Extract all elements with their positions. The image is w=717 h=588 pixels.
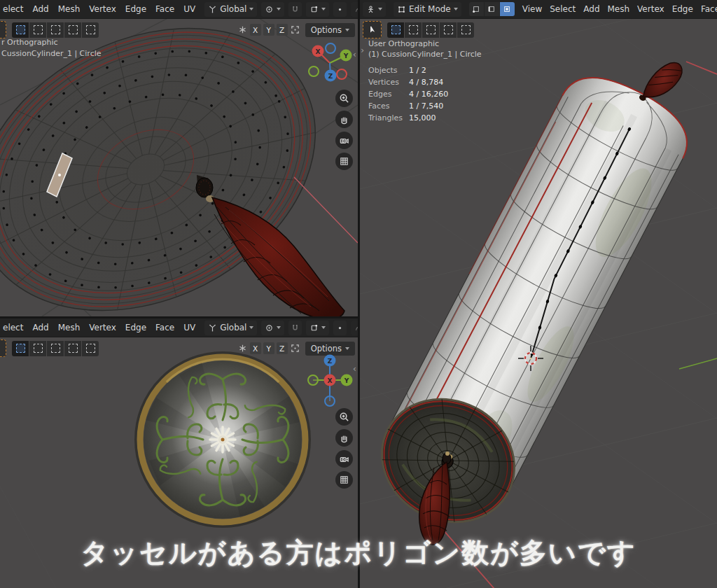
select-subtract-icon (426, 25, 436, 34)
proportional-edit-button[interactable] (333, 2, 347, 17)
scene-right-canvas[interactable] (360, 0, 717, 588)
active-tool-button[interactable] (0, 21, 6, 38)
camera-view-button[interactable] (335, 132, 353, 149)
viewport-right[interactable]: Edit Mode View Select Add Mesh Vertex Ed… (360, 0, 717, 588)
falloff-dropdown[interactable] (351, 2, 358, 17)
viewport-top-left[interactable]: elect Add Mesh Vertex Edge Face UV Globa… (0, 0, 358, 316)
menu-face[interactable]: Face (701, 4, 717, 14)
menu-edge[interactable]: Edge (125, 4, 146, 14)
select-extend-icon (409, 25, 418, 34)
grid-icon (339, 475, 349, 485)
face-select-mode-button[interactable] (500, 2, 515, 16)
axis-x-button[interactable]: X (250, 342, 261, 354)
transform-gizmo-icon[interactable] (237, 24, 248, 35)
active-tool-button[interactable] (0, 340, 6, 357)
menu-add[interactable]: Add (32, 323, 48, 332)
menu-edge[interactable]: Edge (672, 4, 693, 14)
zoom-button[interactable] (335, 408, 353, 426)
select-box-invert-button[interactable] (64, 22, 81, 38)
menu-vertex[interactable]: Vertex (89, 323, 116, 332)
select-subtract-icon (51, 25, 60, 34)
snap-corners-icon[interactable] (290, 24, 300, 35)
menu-view[interactable]: View (522, 4, 542, 14)
axis-z-button[interactable]: Z (277, 342, 288, 354)
scene-bottom-left-canvas[interactable] (0, 318, 358, 588)
menu-uv[interactable]: UV (183, 4, 195, 14)
navigation-gizmo[interactable]: X Y Z (307, 39, 354, 85)
axis-y-button[interactable]: Y (263, 24, 274, 36)
snap-target-dropdown[interactable] (306, 2, 329, 17)
select-box-intersect-button[interactable] (457, 22, 474, 38)
select-box-invert-button[interactable] (64, 341, 81, 356)
camera-view-button[interactable] (335, 450, 353, 468)
select-box-subtract-button[interactable] (47, 341, 64, 356)
select-box-intersect-button[interactable] (82, 341, 99, 356)
gizmo-neg-y-ball[interactable] (308, 375, 318, 385)
menu-select[interactable]: Select (550, 4, 576, 14)
menu-mesh[interactable]: Mesh (58, 4, 81, 14)
menu-add[interactable]: Add (32, 4, 48, 14)
select-box-subtract-button[interactable] (422, 22, 439, 38)
select-box-intersect-button[interactable] (82, 22, 99, 38)
select-box-new-button[interactable] (12, 22, 29, 38)
zoom-button[interactable] (335, 90, 353, 107)
menu-vertex[interactable]: Vertex (89, 4, 116, 14)
axis-y-button[interactable]: Y (263, 342, 274, 354)
gizmo-neg-y-ball[interactable] (309, 66, 319, 76)
snap-toggle-button[interactable] (288, 2, 302, 17)
pivot-dropdown[interactable] (261, 321, 284, 335)
viewport-bottom-left[interactable]: elect Add Mesh Vertex Edge Face UV Globa… (0, 318, 358, 588)
pan-button[interactable] (335, 429, 353, 447)
pivot-dropdown[interactable] (261, 2, 284, 17)
menu-vertex[interactable]: Vertex (637, 4, 664, 14)
navigation-gizmo[interactable]: Z Y X (307, 352, 354, 410)
pan-button[interactable] (335, 111, 353, 128)
select-box-extend-button[interactable] (405, 22, 422, 38)
menu-mesh[interactable]: Mesh (608, 4, 630, 14)
toolbar-right (363, 21, 714, 38)
viewport-divider-horizontal[interactable] (0, 316, 358, 318)
menu-select[interactable]: elect (3, 4, 23, 14)
menu-uv[interactable]: UV (183, 323, 195, 332)
select-box-extend-button[interactable] (29, 22, 46, 38)
menu-edge[interactable]: Edge (125, 323, 146, 332)
proportional-edit-button[interactable] (333, 321, 347, 335)
select-box-new-button[interactable] (12, 341, 29, 356)
select-box-subtract-button[interactable] (47, 22, 64, 38)
gizmo-neg-z-ball[interactable] (326, 43, 335, 53)
magnet-icon (291, 323, 300, 332)
gizmo-neg-z-ball[interactable] (325, 396, 335, 406)
active-tool-button[interactable] (363, 21, 382, 38)
mode-dropdown[interactable]: Edit Mode (394, 2, 461, 17)
menu-mesh[interactable]: Mesh (58, 323, 81, 332)
menu-select[interactable]: elect (3, 323, 23, 332)
menu-add[interactable]: Add (583, 4, 599, 14)
svg-text:Z: Z (328, 73, 333, 80)
orientation-icon (208, 5, 217, 14)
snap-target-dropdown[interactable] (306, 321, 329, 335)
grid-toggle-button[interactable] (335, 153, 353, 170)
snap-toggle-button[interactable] (288, 321, 302, 335)
vertex-select-mode-button[interactable] (469, 2, 484, 16)
scene-top-left-canvas[interactable] (0, 0, 358, 316)
falloff-dropdown[interactable] (351, 321, 358, 335)
menu-face[interactable]: Face (155, 323, 174, 332)
edge-select-mode-button[interactable] (485, 2, 499, 16)
select-box-extend-button[interactable] (29, 341, 46, 356)
orientation-dropdown[interactable]: Global (204, 321, 257, 335)
transform-gizmo-icon[interactable] (237, 343, 248, 354)
select-box-new-button[interactable] (387, 22, 404, 38)
axis-z-button[interactable]: Z (277, 24, 288, 36)
orientation-dropdown[interactable]: Global (204, 2, 257, 17)
orientation-label: Global (220, 323, 246, 332)
snap-corners-icon[interactable] (290, 343, 300, 354)
options-dropdown[interactable]: Options (305, 23, 355, 37)
viewport-divider-vertical[interactable] (358, 0, 360, 588)
gizmo-neg-x-ball[interactable] (337, 69, 347, 79)
chevron-down-icon (277, 8, 281, 10)
select-box-invert-button[interactable] (440, 22, 457, 38)
menu-face[interactable]: Face (155, 4, 174, 14)
axis-x-button[interactable]: X (250, 24, 261, 36)
grid-toggle-button[interactable] (335, 471, 353, 489)
editor-type-dropdown[interactable] (363, 2, 386, 17)
